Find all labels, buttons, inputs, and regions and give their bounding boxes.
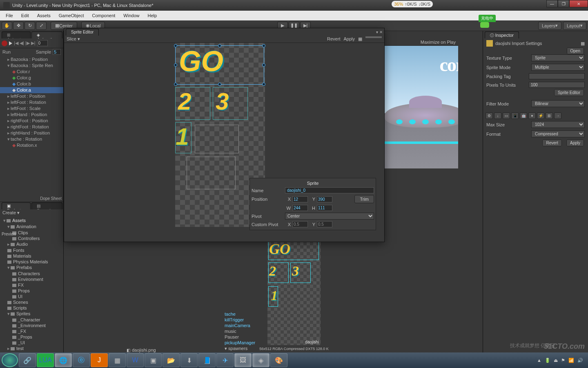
hierarchy-item[interactable]: mainCamera xyxy=(225,323,306,328)
platform-ios-icon[interactable]: 📱 xyxy=(511,112,519,119)
rotate-tool[interactable]: ↻ xyxy=(24,22,35,30)
sprite-editor-button[interactable]: Sprite Editor xyxy=(554,89,584,96)
hand-tool[interactable]: ✋ xyxy=(2,22,12,30)
sprite-y-field[interactable] xyxy=(317,196,332,202)
alpha-toggle[interactable]: ▦ xyxy=(358,36,362,42)
tab-animator[interactable]: ⊞ Animator xyxy=(2,31,31,38)
taskbar-icon[interactable]: 📘 xyxy=(198,353,216,367)
taskbar-ie-icon[interactable]: ⓔ xyxy=(73,353,90,367)
tree-item-selected[interactable]: ◆ Color.a xyxy=(0,87,63,93)
sprite-h-field[interactable] xyxy=(317,205,332,211)
ppu-field[interactable] xyxy=(529,82,585,88)
taskbar-icon[interactable]: ✈ xyxy=(216,353,234,367)
taskbar-icon[interactable]: ▣ xyxy=(145,353,162,367)
maximize-toggle[interactable]: Maximize on Play xyxy=(421,40,456,45)
menu-help[interactable]: Help xyxy=(143,13,161,18)
tree-item[interactable]: ▸rightFoot : Rotation xyxy=(0,124,63,130)
help-icon[interactable]: ▦ xyxy=(581,41,585,46)
tree-item[interactable]: ◆ Rotation.x xyxy=(0,142,63,148)
layers-dropdown[interactable]: Layers ▾ xyxy=(538,22,561,30)
taskbar-paint-icon[interactable]: 🎨 xyxy=(270,353,287,367)
sprite-x-field[interactable] xyxy=(292,196,308,202)
taskbar-chrome-icon[interactable]: 🌐 xyxy=(55,353,72,367)
tray-icon[interactable]: 🔋 xyxy=(545,358,550,363)
taskbar-icon[interactable]: 🖼 xyxy=(234,353,252,367)
record-button[interactable] xyxy=(2,40,7,46)
taskbar-icon[interactable]: 🔗 xyxy=(19,353,36,367)
taskbar-icon[interactable]: 📂 xyxy=(163,353,180,367)
tree-item[interactable]: ▸Bazooka : Position xyxy=(0,56,63,63)
dopesheet-toggle[interactable]: Dope Sheet xyxy=(0,195,63,202)
sprite-slice-3[interactable]: 3 xyxy=(213,87,248,120)
tab-inspector[interactable]: ⓘ Inspector xyxy=(485,31,519,38)
hierarchy-item[interactable]: Pauser xyxy=(225,334,306,340)
hierarchy-item[interactable]: tache xyxy=(225,311,306,317)
se-apply-button[interactable]: Apply xyxy=(343,36,355,42)
tab-console[interactable]: ▤ Console xyxy=(31,202,62,209)
tree-item[interactable]: ▸rightHand : Position xyxy=(0,130,63,136)
taskbar-icon[interactable]: ⬇ xyxy=(180,353,198,367)
tree-item[interactable]: ◆ Color.b xyxy=(0,81,63,87)
sprite-slice-empty[interactable] xyxy=(195,125,239,153)
minimize-button[interactable]: — xyxy=(546,0,558,7)
tree-item[interactable]: ▾Bazooka : Sprite Ren xyxy=(0,63,63,69)
platform-pc-icon[interactable]: ▭ xyxy=(503,112,510,119)
taskbar-icon[interactable]: J xyxy=(91,353,108,367)
apply-button[interactable]: Apply xyxy=(566,139,584,146)
move-tool[interactable]: ✥ xyxy=(13,22,24,30)
menu-edit[interactable]: Edit xyxy=(17,13,33,18)
frame-field[interactable] xyxy=(37,40,48,46)
maximize-button[interactable]: ❐ xyxy=(558,0,569,7)
tray-icon[interactable]: ⏏ xyxy=(554,358,558,363)
tab-project[interactable]: ▣ Project xyxy=(2,202,31,209)
pivot-dropdown[interactable]: Center xyxy=(285,213,374,220)
open-button[interactable]: Open xyxy=(567,47,584,54)
platform-flash-icon[interactable]: ⚡ xyxy=(537,112,544,119)
platform-android-icon[interactable]: 🤖 xyxy=(520,112,527,119)
sample-field[interactable] xyxy=(53,49,61,55)
menu-window[interactable]: Window xyxy=(119,13,143,18)
tray-icon[interactable]: ▲ xyxy=(537,358,541,363)
folder-assets[interactable]: ▾Assets xyxy=(0,218,63,224)
filter-mode-dropdown[interactable]: Bilinear xyxy=(531,100,585,107)
start-button[interactable] xyxy=(2,353,18,367)
zoom-slider[interactable] xyxy=(365,36,382,38)
tree-item[interactable]: ◆ Color.g xyxy=(0,75,63,81)
asset-file[interactable]: ◧ daojishi.png xyxy=(127,348,156,352)
hierarchy-item[interactable]: pickupManager xyxy=(225,340,306,346)
format-dropdown[interactable]: Compressed xyxy=(531,130,585,137)
sprite-slice-2[interactable]: 2 xyxy=(175,87,210,120)
platform-web-icon[interactable]: ↓ xyxy=(494,112,501,119)
tree-item[interactable]: ▸leftFoot : Scale xyxy=(0,105,63,112)
create-dropdown[interactable]: Create ▾ xyxy=(2,210,20,215)
tree-item[interactable]: ▾tache : Rotation xyxy=(0,136,63,142)
tree-item[interactable]: ▸rightFoot : Position xyxy=(0,118,63,124)
sprite-name-field[interactable] xyxy=(285,187,374,193)
sprite-editor-close[interactable]: ▾ ✕ xyxy=(376,30,383,34)
hierarchy-item[interactable]: killTrigger xyxy=(225,317,306,323)
taskbar-unity-icon[interactable]: ◈ xyxy=(252,353,270,367)
scale-tool[interactable]: ⤢ xyxy=(36,22,47,30)
trim-button[interactable]: Trim xyxy=(354,195,374,203)
clip-dropdown[interactable]: Run xyxy=(2,49,11,54)
close-button[interactable]: ✕ xyxy=(569,0,588,7)
menu-assets[interactable]: Assets xyxy=(33,13,55,18)
tray-icon[interactable]: ⚑ xyxy=(561,358,565,363)
anim-play-button[interactable] xyxy=(9,41,12,45)
sprite-slice-1[interactable]: 1 xyxy=(175,122,192,153)
tree-item[interactable]: ▸leftHand : Position xyxy=(0,112,63,118)
slice-dropdown[interactable]: Slice ▾ xyxy=(67,36,80,42)
sprite-w-field[interactable] xyxy=(292,205,308,211)
platform-more-icon[interactable]: → xyxy=(554,112,561,119)
layout-dropdown[interactable]: Layout ▾ xyxy=(563,22,586,30)
revert-button[interactable]: Revert xyxy=(542,139,561,146)
taskbar-icon[interactable]: ▦ xyxy=(109,353,126,367)
tree-item[interactable]: ▸leftFoot : Position xyxy=(0,93,63,99)
tab-animation[interactable]: ◈ Animation xyxy=(31,31,62,38)
sprite-slice-empty[interactable] xyxy=(187,157,236,189)
menu-file[interactable]: File xyxy=(2,13,17,18)
tree-item[interactable]: ▸leftFoot : Rotation xyxy=(0,99,63,105)
hierarchy-item[interactable]: ▾ spawners xyxy=(225,346,306,352)
max-size-dropdown[interactable]: 1024 xyxy=(531,121,585,128)
sprite-slice-go[interactable]: GO xyxy=(175,45,264,85)
